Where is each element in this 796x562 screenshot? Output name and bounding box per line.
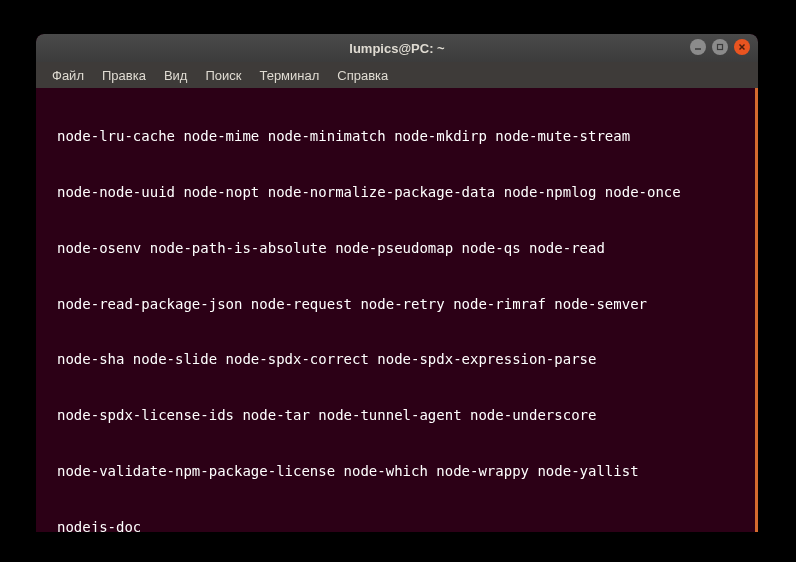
maximize-button[interactable]: [712, 39, 728, 55]
output-line: nodejs-doc: [42, 518, 749, 532]
menubar: Файл Правка Вид Поиск Терминал Справка: [36, 62, 758, 88]
output-line: node-node-uuid node-nopt node-normalize-…: [42, 183, 749, 202]
window-controls: [690, 39, 750, 55]
menu-edit[interactable]: Правка: [94, 65, 154, 86]
menu-search[interactable]: Поиск: [197, 65, 249, 86]
output-line: node-sha node-slide node-spdx-correct no…: [42, 350, 749, 369]
svg-rect-1: [718, 45, 723, 50]
output-line: node-osenv node-path-is-absolute node-ps…: [42, 239, 749, 258]
menu-view[interactable]: Вид: [156, 65, 196, 86]
output-line: node-spdx-license-ids node-tar node-tunn…: [42, 406, 749, 425]
output-line: node-lru-cache node-mime node-minimatch …: [42, 127, 749, 146]
menu-help[interactable]: Справка: [329, 65, 396, 86]
output-line: node-read-package-json node-request node…: [42, 295, 749, 314]
menu-file[interactable]: Файл: [44, 65, 92, 86]
menu-terminal[interactable]: Терминал: [251, 65, 327, 86]
minimize-button[interactable]: [690, 39, 706, 55]
terminal-output[interactable]: node-lru-cache node-mime node-minimatch …: [36, 88, 758, 532]
output-line: node-validate-npm-package-license node-w…: [42, 462, 749, 481]
terminal-window: lumpics@PC: ~ Файл Правка Вид Поиск Терм…: [36, 34, 758, 532]
close-button[interactable]: [734, 39, 750, 55]
titlebar[interactable]: lumpics@PC: ~: [36, 34, 758, 62]
window-title: lumpics@PC: ~: [349, 41, 444, 56]
